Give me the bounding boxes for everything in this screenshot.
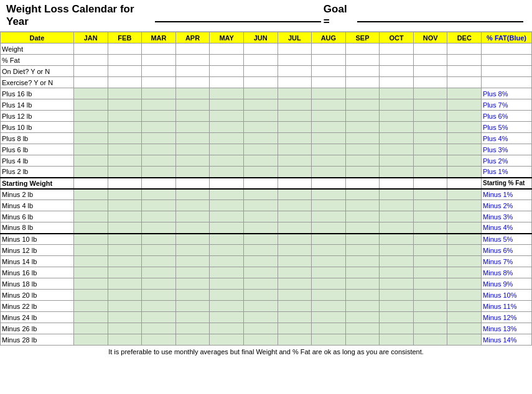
data-cell[interactable] xyxy=(345,245,380,256)
data-cell[interactable] xyxy=(312,267,346,278)
data-cell[interactable] xyxy=(380,155,414,167)
data-cell[interactable] xyxy=(312,323,346,334)
data-cell[interactable] xyxy=(413,334,447,346)
data-cell[interactable] xyxy=(175,144,210,155)
data-cell[interactable] xyxy=(142,167,176,178)
data-cell[interactable] xyxy=(447,55,482,66)
data-cell[interactable] xyxy=(447,155,482,167)
data-cell[interactable] xyxy=(243,234,278,245)
data-cell[interactable] xyxy=(108,245,142,256)
data-cell[interactable] xyxy=(312,167,346,178)
data-cell[interactable] xyxy=(73,278,108,290)
data-cell[interactable] xyxy=(312,133,346,144)
data-cell[interactable] xyxy=(175,267,210,278)
data-cell[interactable] xyxy=(278,122,312,133)
data-cell[interactable] xyxy=(345,88,380,99)
data-cell[interactable] xyxy=(345,301,380,312)
data-cell[interactable] xyxy=(73,55,108,66)
data-cell[interactable] xyxy=(278,301,312,312)
data-cell[interactable] xyxy=(447,178,482,189)
data-cell[interactable] xyxy=(447,133,482,144)
data-cell[interactable] xyxy=(380,301,414,312)
data-cell[interactable] xyxy=(312,178,346,189)
data-cell[interactable] xyxy=(73,155,108,167)
data-cell[interactable] xyxy=(447,88,482,99)
data-cell[interactable] xyxy=(175,99,210,111)
data-cell[interactable] xyxy=(380,44,414,55)
data-cell[interactable] xyxy=(108,211,142,222)
data-cell[interactable] xyxy=(413,267,447,278)
data-cell[interactable] xyxy=(175,77,210,88)
data-cell[interactable] xyxy=(380,334,414,346)
data-cell[interactable] xyxy=(413,245,447,256)
data-cell[interactable] xyxy=(243,290,278,301)
data-cell[interactable] xyxy=(312,189,346,200)
data-cell[interactable] xyxy=(278,155,312,167)
data-cell[interactable] xyxy=(142,334,176,346)
data-cell[interactable] xyxy=(108,178,142,189)
data-cell[interactable] xyxy=(142,66,176,77)
data-cell[interactable] xyxy=(380,99,414,111)
data-cell[interactable] xyxy=(175,178,210,189)
data-cell[interactable] xyxy=(413,99,447,111)
data-cell[interactable] xyxy=(447,99,482,111)
data-cell[interactable] xyxy=(243,44,278,55)
data-cell[interactable] xyxy=(447,167,482,178)
data-cell[interactable] xyxy=(175,200,210,211)
data-cell[interactable] xyxy=(73,178,108,189)
data-cell[interactable] xyxy=(413,144,447,155)
data-cell[interactable] xyxy=(345,256,380,267)
data-cell[interactable] xyxy=(210,200,244,211)
data-cell[interactable] xyxy=(210,144,244,155)
data-cell[interactable] xyxy=(142,267,176,278)
data-cell[interactable] xyxy=(210,88,244,99)
data-cell[interactable] xyxy=(447,234,482,245)
data-cell[interactable] xyxy=(345,323,380,334)
data-cell[interactable] xyxy=(243,245,278,256)
data-cell[interactable] xyxy=(447,122,482,133)
data-cell[interactable] xyxy=(345,267,380,278)
data-cell[interactable] xyxy=(380,55,414,66)
data-cell[interactable] xyxy=(210,312,244,323)
data-cell[interactable] xyxy=(447,256,482,267)
data-cell[interactable] xyxy=(175,290,210,301)
data-cell[interactable] xyxy=(278,222,312,234)
data-cell[interactable] xyxy=(380,122,414,133)
data-cell[interactable] xyxy=(108,122,142,133)
data-cell[interactable] xyxy=(413,122,447,133)
data-cell[interactable] xyxy=(108,334,142,346)
data-cell[interactable] xyxy=(380,323,414,334)
data-cell[interactable] xyxy=(278,44,312,55)
data-cell[interactable] xyxy=(175,167,210,178)
data-cell[interactable] xyxy=(73,234,108,245)
data-cell[interactable] xyxy=(108,111,142,122)
data-cell[interactable] xyxy=(142,200,176,211)
data-cell[interactable] xyxy=(278,88,312,99)
data-cell[interactable] xyxy=(312,222,346,234)
data-cell[interactable] xyxy=(413,88,447,99)
data-cell[interactable] xyxy=(380,245,414,256)
data-cell[interactable] xyxy=(312,99,346,111)
data-cell[interactable] xyxy=(73,334,108,346)
data-cell[interactable] xyxy=(447,290,482,301)
data-cell[interactable] xyxy=(278,55,312,66)
data-cell[interactable] xyxy=(312,44,346,55)
data-cell[interactable] xyxy=(210,323,244,334)
data-cell[interactable] xyxy=(312,234,346,245)
data-cell[interactable] xyxy=(73,111,108,122)
data-cell[interactable] xyxy=(278,111,312,122)
data-cell[interactable] xyxy=(278,290,312,301)
data-cell[interactable] xyxy=(345,290,380,301)
data-cell[interactable] xyxy=(243,144,278,155)
data-cell[interactable] xyxy=(210,301,244,312)
data-cell[interactable] xyxy=(243,312,278,323)
data-cell[interactable] xyxy=(108,66,142,77)
data-cell[interactable] xyxy=(108,155,142,167)
data-cell[interactable] xyxy=(312,200,346,211)
data-cell[interactable] xyxy=(278,234,312,245)
data-cell[interactable] xyxy=(345,144,380,155)
data-cell[interactable] xyxy=(73,122,108,133)
data-cell[interactable] xyxy=(413,222,447,234)
data-cell[interactable] xyxy=(447,66,482,77)
data-cell[interactable] xyxy=(243,200,278,211)
